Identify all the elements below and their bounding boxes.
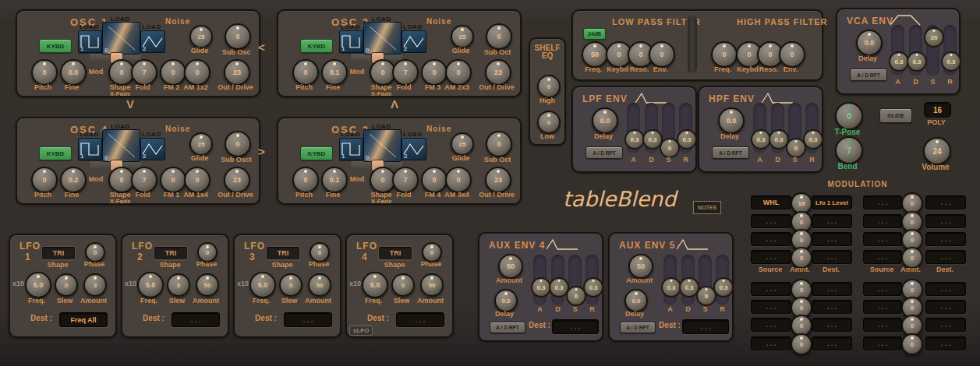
fine-knob[interactable]: 0.1 <box>321 59 348 86</box>
fold-knob[interactable]: 7 <box>392 59 419 86</box>
hpf-freq-knob[interactable]: 0 <box>711 41 738 68</box>
mod-source-select[interactable]: . . . <box>863 318 902 332</box>
amount-knob[interactable]: 50 <box>196 273 219 297</box>
fold-knob[interactable]: 7 <box>131 167 157 193</box>
mod-dest-select[interactable]: . . . <box>812 318 852 332</box>
bend-knob[interactable]: 7 <box>835 136 863 164</box>
slew-knob[interactable]: 0 <box>391 273 415 297</box>
mod-source-select[interactable]: . . . <box>863 232 902 246</box>
amount-knob[interactable]: 3 <box>83 273 107 297</box>
poly-display[interactable]: 16 <box>924 102 951 118</box>
notes-button[interactable]: NOTES <box>693 201 721 214</box>
sub-oct-knob[interactable]: 0 <box>486 23 512 50</box>
kybd-button[interactable]: KYBD <box>300 39 333 53</box>
wavetable-display-1[interactable]: 1 <box>339 30 363 53</box>
glide-knob[interactable]: 25 <box>451 132 474 156</box>
pitch-knob[interactable]: 0 <box>31 167 58 193</box>
mod-dest-select[interactable]: . . . <box>812 250 852 264</box>
lpf-env-knob[interactable]: 0 <box>649 41 675 68</box>
volume-knob[interactable]: 24 <box>923 137 951 165</box>
fm-knob[interactable]: 0 <box>160 59 186 86</box>
transpose-knob[interactable]: 0 <box>835 102 863 130</box>
mod-source-select[interactable]: . . . <box>751 336 791 350</box>
dest-select[interactable]: . . . <box>172 312 220 327</box>
glide-knob[interactable]: 25 <box>189 25 213 48</box>
fine-knob[interactable]: 0.1 <box>321 167 348 193</box>
mod-amount-knob[interactable]: 0 <box>901 333 923 355</box>
mod-dest-select[interactable]: . . . <box>812 232 852 246</box>
mod-dest-select[interactable]: . . . <box>925 214 966 228</box>
mod-dest-select[interactable]: . . . <box>925 300 966 314</box>
sub-osc-knob[interactable]: 0 <box>225 23 251 50</box>
delay-knob[interactable]: 0.0 <box>718 107 745 134</box>
mod-source-select[interactable]: . . . <box>863 195 902 209</box>
amount-knob[interactable]: 50 <box>420 273 444 297</box>
wavetable-display-2[interactable]: 2 <box>140 30 165 53</box>
dest-select[interactable]: . . . <box>396 312 444 327</box>
mod-dest-select[interactable]: . . . <box>925 318 966 332</box>
load-button[interactable]: LOAD <box>142 23 161 30</box>
delay-knob[interactable]: 0.0 <box>856 30 883 56</box>
dest-select[interactable]: . . . <box>284 312 332 327</box>
fold-knob[interactable]: 7 <box>131 59 157 86</box>
release-slider-handle[interactable]: 0.3 <box>677 129 697 150</box>
amount-knob[interactable]: 50 <box>498 254 523 279</box>
sustain-slider-handle[interactable]: 20 <box>924 27 944 48</box>
mod-dest-select[interactable]: . . . <box>812 336 852 350</box>
lfo-shape-select[interactable]: TRI <box>41 246 76 260</box>
mod-source-select[interactable]: WHL <box>751 195 791 209</box>
am-knob[interactable]: 0 <box>184 167 211 193</box>
kybd-button[interactable]: KYBD <box>39 146 72 160</box>
out-drive-knob[interactable]: 23 <box>485 167 511 193</box>
slew-knob[interactable]: 0 <box>167 273 190 297</box>
delay-knob[interactable]: 0.0 <box>624 289 648 312</box>
amount-knob[interactable]: 50 <box>628 254 653 279</box>
mod-source-select[interactable]: . . . <box>863 282 902 296</box>
mod-source-select[interactable]: . . . <box>751 250 791 264</box>
load-button[interactable]: LOAD <box>80 131 99 138</box>
delay-knob[interactable]: 0.0 <box>592 107 618 134</box>
mod-source-select[interactable]: . . . <box>863 214 902 228</box>
dest-select[interactable]: Freq All <box>59 312 108 327</box>
release-slider-handle[interactable]: 0.3 <box>803 129 823 150</box>
release-slider-handle[interactable]: 0.3 <box>713 277 734 297</box>
ad-repeat-button[interactable]: A / D RPT <box>586 146 623 159</box>
mod-source-select[interactable]: . . . <box>863 336 902 350</box>
mod-source-select[interactable]: . . . <box>751 232 791 246</box>
ad-repeat-button[interactable]: A / D RPT <box>850 69 887 81</box>
lfo-shape-select[interactable]: TRI <box>154 246 188 260</box>
wavetable-display-main[interactable]: 0 <box>102 22 140 55</box>
mod-amount-knob[interactable]: 0 <box>791 333 812 355</box>
dest-select[interactable]: . . . <box>552 319 599 334</box>
freq-knob[interactable]: 5.0 <box>137 272 164 298</box>
freq-knob[interactable]: 5.0 <box>249 272 276 298</box>
slew-knob[interactable]: 0 <box>279 273 302 297</box>
fm-knob[interactable]: 0 <box>421 167 448 193</box>
mod-dest-select[interactable]: . . . <box>925 282 966 296</box>
fine-knob[interactable]: 0.2 <box>60 167 87 193</box>
filter-slope-button[interactable]: 24dB <box>583 28 606 40</box>
fm-knob[interactable]: 0 <box>160 167 186 193</box>
wavetable-display-2[interactable]: 2 <box>140 138 165 160</box>
delay-knob[interactable]: 0.0 <box>494 289 518 312</box>
load-button[interactable]: LOAD <box>341 23 360 30</box>
out-drive-knob[interactable]: 23 <box>224 167 250 193</box>
ad-repeat-button[interactable]: A / D RPT <box>712 146 749 159</box>
out-drive-knob[interactable]: 23 <box>224 59 250 86</box>
load-button[interactable]: LOAD <box>403 23 423 30</box>
mod-dest-select[interactable]: . . . <box>925 250 966 264</box>
fold-knob[interactable]: 7 <box>392 167 419 193</box>
freq-knob[interactable]: 5.0 <box>25 272 51 298</box>
wavetable-display-2[interactable]: 2 <box>402 30 426 53</box>
fine-knob[interactable]: 0.0 <box>60 59 87 86</box>
mod-source-select[interactable]: . . . <box>863 300 902 314</box>
mod-dest-select[interactable]: . . . <box>812 282 852 296</box>
wavetable-display-1[interactable]: 1 <box>78 138 102 160</box>
mod-source-select[interactable]: . . . <box>863 250 902 264</box>
pitch-knob[interactable]: 0 <box>31 59 58 86</box>
mod-dest-select[interactable]: . . . <box>925 336 966 350</box>
load-button[interactable]: LOAD <box>142 131 161 138</box>
fm-knob[interactable]: 0 <box>421 59 448 86</box>
mod-dest-select[interactable]: . . . <box>812 214 852 228</box>
glide-knob[interactable]: 25 <box>189 132 213 156</box>
